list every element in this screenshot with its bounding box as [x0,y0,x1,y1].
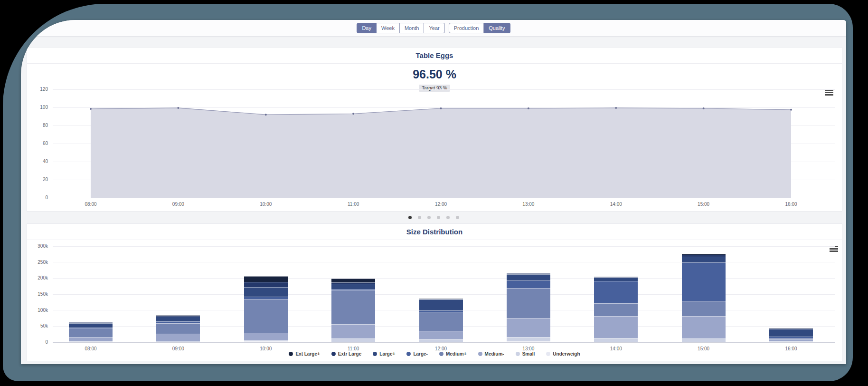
legend-label: Large- [413,351,428,357]
stacked-bar-15:00 [682,254,726,342]
carousel-dot-2[interactable] [418,216,421,219]
legend-marker-icon [331,352,336,356]
stacked-bar-13:00 [507,273,550,342]
x-axis-tick-label: 08:00 [76,202,105,207]
bar-segment-large- [331,284,375,289]
legend-item-ext-large-[interactable]: Ext Large+ [289,351,320,357]
bar-segment-large- [69,323,113,328]
bar-segment-large- [769,329,813,337]
bar-segment-large- [682,257,726,262]
carousel-dot-5[interactable] [446,216,450,219]
legend-item-large-[interactable]: Large- [406,351,428,357]
table-eggs-card: Table Eggs 96.50 % Target 93 % % 0204060… [27,47,842,212]
bar-segment-underweigh [331,342,375,342]
y-axis-tick-label: 150k [27,291,48,297]
legend-label: Medium+ [446,351,467,357]
bar-segment-medium- [331,324,375,338]
screen: { "theme": { "frame_color": "#547181", "… [0,0,868,386]
top-toolbar: DayWeekMonthYearProductionQuality [21,20,846,36]
legend-marker-icon [516,352,520,356]
bar-segment-ext-large- [244,276,288,282]
legend-marker-icon [406,352,411,356]
x-axis-tick-label: 10:00 [252,346,280,351]
table-eggs-kpi-value: 96.50 % [27,68,842,81]
legend-item-extr-large[interactable]: Extr Large [331,351,361,357]
x-axis-tick-label: 09:00 [164,346,192,351]
x-axis-tick-label: 13:00 [514,346,543,351]
x-axis-tick-label: 15:00 [689,346,718,351]
y-axis-tick-label: 50k [27,323,48,328]
x-axis-tick-label: 09:00 [164,202,192,207]
y-axis-tick-label: 20 [27,177,48,182]
bar-segment-medium- [682,316,726,338]
bar-segment-medium- [419,312,463,331]
carousel-pagination [21,216,846,219]
bar-segment-large- [682,262,726,301]
bar-segment-medium- [682,301,726,316]
y-axis-tick-label: 80 [27,123,48,128]
legend-marker-icon [439,352,443,356]
y-axis-tick-label: 0 [27,195,48,200]
legend-marker-icon [373,352,377,356]
bar-segment-medium- [69,328,113,337]
bar-segment-medium- [156,334,200,341]
area-series [53,89,835,198]
carousel-dot-3[interactable] [427,216,431,219]
x-axis-tick-label: 16:00 [777,202,805,207]
bar-segment-small [507,337,550,341]
table-eggs-plot: % 02040608010012008:0009:0010:0011:0012:… [53,89,835,198]
bar-segment-medium- [244,333,288,340]
bar-segment-large- [594,281,638,303]
y-axis-tick-label: 40 [27,159,48,164]
bar-segment-small [331,338,375,342]
app-window: DayWeekMonthYearProductionQuality Table … [21,20,846,364]
bar-segment-large- [594,278,638,281]
y-axis-tick-label: 100 [27,105,48,110]
toolbar-button-group: DayWeekMonthYear [357,23,444,33]
bar-segment-medium- [156,323,200,334]
stacked-bar-08:00 [69,322,113,342]
toolbar-button-month[interactable]: Month [400,23,425,33]
legend-item-large-[interactable]: Large+ [373,351,395,357]
size-legend: Ext Large+Extr LargeLarge+Large-Medium+M… [27,351,842,357]
legend-item-medium-[interactable]: Medium- [478,351,504,357]
y-axis-tick-label: 250k [27,260,48,265]
stacked-bar-10:00 [244,276,288,342]
bar-segment-underweigh [419,342,463,342]
toolbar-button-year[interactable]: Year [424,23,444,33]
bar-segment-underweigh [682,342,726,342]
bar-segment-large- [244,287,288,297]
x-axis-tick-label: 16:00 [777,346,805,351]
bar-segment-underweigh [769,342,813,342]
toolbar-button-quality[interactable]: Quality [484,23,510,33]
gridline [53,246,835,247]
toolbar-button-week[interactable]: Week [377,23,400,33]
toolbar-button-production[interactable]: Production [449,23,484,33]
bar-segment-medium- [331,290,375,324]
legend-label: Extr Large [338,351,361,357]
x-axis-tick-label: 13:00 [514,202,543,207]
table-eggs-title: Table Eggs [27,48,842,64]
carousel-dot-6[interactable] [456,216,459,219]
bar-segment-underweigh [69,342,113,342]
bar-segment-underweigh [244,341,288,342]
bar-segment-large- [507,274,550,280]
x-axis-tick-label: 11:00 [339,346,368,351]
y-axis-tick-label: 120 [27,87,48,92]
stacked-bar-12:00 [419,299,463,342]
bar-segment-underweigh [594,342,638,342]
carousel-dot-4[interactable] [437,216,440,219]
x-axis-tick-label: 15:00 [689,202,718,207]
legend-item-underweigh[interactable]: Underweigh [546,351,580,357]
legend-item-medium-[interactable]: Medium+ [439,351,467,357]
y-axis-tick-label: 60 [27,141,48,146]
legend-label: Ext Large+ [295,351,320,357]
bar-segment-large- [507,280,550,288]
legend-item-small[interactable]: Small [516,351,535,357]
legend-marker-icon [289,352,293,356]
carousel-dot-1[interactable] [408,216,412,219]
bar-segment-medium- [69,337,113,341]
toolbar-button-day[interactable]: Day [357,23,377,33]
stacked-bar-16:00 [769,328,813,342]
legend-marker-icon [478,352,482,356]
